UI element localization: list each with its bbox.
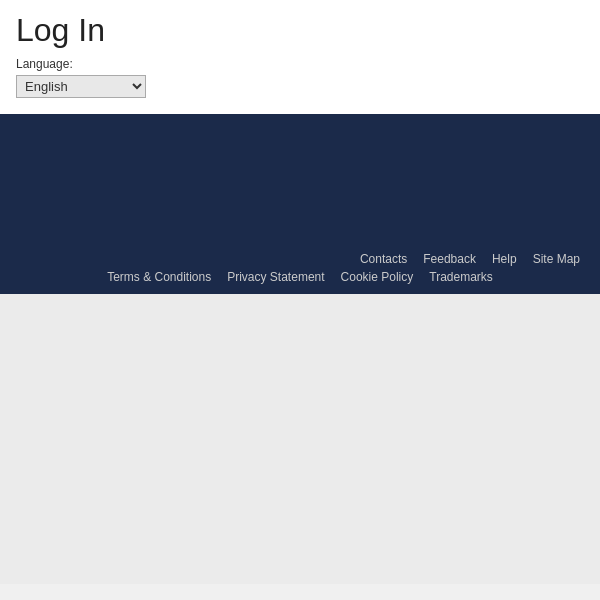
top-section: Log In Language: English French German S… (0, 0, 600, 114)
language-select[interactable]: English French German Spanish (16, 75, 146, 98)
footer-link-cookie[interactable]: Cookie Policy (341, 270, 414, 284)
footer-links-top: Contacts Feedback Help Site Map (0, 252, 600, 266)
footer-link-privacy[interactable]: Privacy Statement (227, 270, 324, 284)
footer-links-bottom: Terms & Conditions Privacy Statement Coo… (0, 270, 600, 284)
dark-banner: Contacts Feedback Help Site Map Terms & … (0, 114, 600, 294)
footer-link-terms[interactable]: Terms & Conditions (107, 270, 211, 284)
bottom-section (0, 294, 600, 584)
language-label: Language: (16, 57, 584, 71)
footer-link-feedback[interactable]: Feedback (423, 252, 476, 266)
footer-link-help[interactable]: Help (492, 252, 517, 266)
footer-link-sitemap[interactable]: Site Map (533, 252, 580, 266)
footer-link-contacts[interactable]: Contacts (360, 252, 407, 266)
footer-link-trademarks[interactable]: Trademarks (429, 270, 493, 284)
page-title: Log In (16, 12, 584, 49)
